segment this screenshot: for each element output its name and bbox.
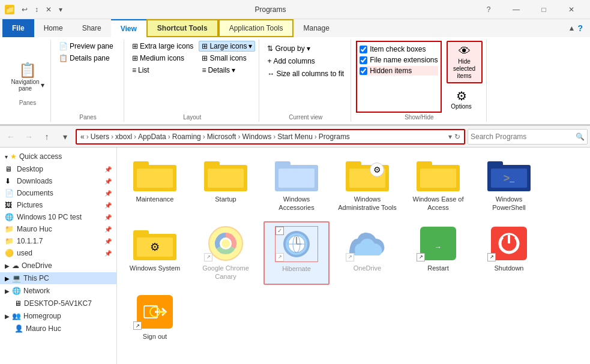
small-icons-btn[interactable]: ⊞ Small icons: [199, 53, 255, 64]
path-users[interactable]: Users: [91, 133, 109, 141]
path-programs[interactable]: Programs: [319, 133, 350, 141]
file-item-shutdown[interactable]: ↗ Shutdown: [476, 221, 542, 285]
forward-button[interactable]: →: [20, 128, 37, 145]
documents-icon: 📄: [5, 189, 14, 197]
file-item-win-accessories[interactable]: Windows Accessories: [263, 152, 330, 216]
expand-button[interactable]: ▾: [55, 4, 66, 15]
svg-point-3: [221, 239, 230, 248]
path-microsoft[interactable]: Microsoft: [207, 133, 236, 141]
path-xboxl[interactable]: xboxl: [115, 133, 132, 141]
tab-home[interactable]: Home: [34, 19, 73, 37]
file-item-maintenance[interactable]: Maintenance: [122, 152, 188, 216]
tab-view[interactable]: View: [111, 19, 146, 37]
sidebar-item-this-pc[interactable]: ▶ 💻 This PC: [0, 272, 116, 284]
tab-share[interactable]: Share: [73, 19, 111, 37]
sidebar-section-network[interactable]: ▶ 🌐 Network: [0, 284, 116, 297]
search-input[interactable]: [471, 133, 576, 141]
restart-icon-wrap: → ↗: [417, 225, 460, 261]
file-item-startup[interactable]: Startup: [193, 152, 259, 216]
file-item-win-powershell[interactable]: > _ Windows PowerShell: [476, 152, 542, 216]
sidebar-item-desktop-5av[interactable]: 🖥 DESKTOP-5AV1KC7: [0, 297, 116, 309]
maximize-button[interactable]: □: [530, 0, 558, 19]
details-dropdown[interactable]: ▾: [232, 66, 235, 74]
file-item-signout[interactable]: ↗ Sign out: [122, 290, 188, 345]
details-btn[interactable]: ≡ Details ▾: [199, 65, 255, 76]
sidebar-item-pictures[interactable]: 🖼 Pictures 📌: [0, 199, 116, 211]
back-button[interactable]: ←: [2, 128, 19, 145]
details-pane-button[interactable]: 📋 Details pane: [56, 53, 120, 64]
tab-manage[interactable]: Manage: [293, 19, 339, 37]
file-item-win-admin[interactable]: ⚙ Windows Administrative Tools: [334, 152, 400, 216]
large-icons-dropdown[interactable]: ▾: [248, 42, 252, 50]
help-button[interactable]: ?: [475, 0, 502, 19]
search-icon[interactable]: 🔍: [576, 133, 585, 141]
path-roaming[interactable]: Roaming: [172, 133, 201, 141]
sidebar-item-windows10-test[interactable]: 🌐 Windows 10 PC test 📌: [0, 211, 116, 223]
sidebar-item-mauro-huc2[interactable]: 👤 Mauro Huc: [0, 323, 116, 335]
file-item-chrome-canary[interactable]: ↗ Google Chrome Canary: [193, 221, 259, 285]
panes-group: 📄 Preview pane 📋 Details pane Panes: [52, 40, 124, 122]
delete-button[interactable]: ✕: [43, 4, 54, 15]
path-dropdown[interactable]: ▾: [448, 133, 452, 141]
hide-selected-button[interactable]: 👁 Hide selecteditems: [447, 41, 483, 83]
options-button[interactable]: ⚙ Options: [447, 86, 477, 113]
file-item-win-system[interactable]: ⚙ Windows System: [122, 221, 188, 285]
properties-button[interactable]: ↕: [31, 4, 42, 15]
recent-button[interactable]: ▾: [56, 128, 73, 145]
help-icon[interactable]: ?: [577, 23, 583, 33]
tab-application-tools[interactable]: Application Tools: [218, 19, 294, 37]
path-start-menu[interactable]: Start Menu: [277, 133, 313, 141]
ribbon-collapse-icon[interactable]: ▲: [568, 24, 576, 32]
sidebar-section-quick-access[interactable]: ▾ ★ Quick access: [0, 150, 116, 163]
nav-pane-button[interactable]: 📋 Navigationpane ▾: [10, 55, 46, 98]
large-icon: ⊞: [202, 42, 208, 50]
close-button[interactable]: ✕: [558, 0, 585, 19]
hidden-items-label: Hidden items: [370, 67, 412, 75]
panes-label: Panes: [56, 113, 120, 121]
sidebar-item-downloads[interactable]: ⬇ Downloads 📌: [0, 175, 116, 187]
up-button[interactable]: ↑: [38, 128, 55, 145]
path-more: «: [80, 133, 85, 141]
file-name-extensions-checkbox[interactable]: [360, 56, 367, 64]
sidebar-item-mauro-huc[interactable]: 📁 Mauro Huc 📌: [0, 223, 116, 235]
hidden-items-checkbox[interactable]: [360, 67, 367, 75]
sidebar-item-desktop[interactable]: 🖥 Desktop 📌: [0, 163, 116, 175]
refresh-button[interactable]: ↻: [454, 133, 460, 141]
sidebar-item-used[interactable]: 🟡 used 📌: [0, 247, 116, 259]
tab-file[interactable]: File: [2, 19, 34, 37]
file-name-extensions-toggle[interactable]: File name extensions: [360, 55, 438, 65]
used-icon: 🟡: [5, 249, 14, 257]
svg-text:→: →: [435, 243, 442, 251]
minimize-button[interactable]: —: [502, 0, 530, 19]
sidebar-section-onedrive[interactable]: ▶ ☁ OneDrive: [0, 259, 116, 272]
win-system-folder-icon: ⚙: [133, 225, 176, 261]
tab-shortcut-tools[interactable]: Shortcut Tools: [146, 19, 218, 37]
file-item-win-ease[interactable]: Windows Ease of Access: [405, 152, 471, 216]
item-check-boxes-toggle[interactable]: Item check boxes: [360, 44, 438, 54]
sidebar-section-homegroup[interactable]: ▶ 👥 Homegroup: [0, 309, 116, 323]
hibernate-arrow-icon: ↗: [275, 253, 284, 261]
path-windows[interactable]: Windows: [242, 133, 271, 141]
hidden-items-toggle[interactable]: Hidden items: [360, 66, 438, 76]
startup-folder-icon: [204, 157, 247, 192]
sidebar-item-1011[interactable]: 📁 10.1.1.7 📌: [0, 235, 116, 247]
window-controls: ? — □ ✕: [475, 0, 585, 19]
file-item-hibernate[interactable]: ✓ ↗ Hibernate: [263, 221, 330, 285]
file-item-restart[interactable]: → ↗ Restart: [405, 221, 471, 285]
extra-large-icons-btn[interactable]: ⊞ Extra large icons: [129, 41, 196, 52]
layout-right: ⊞ Large icons ▾ ⊞ Small icons ≡ Details …: [199, 41, 255, 113]
preview-pane-button[interactable]: 📄 Preview pane: [56, 41, 120, 52]
medium-icons-btn[interactable]: ⊞ Medium icons: [129, 53, 196, 64]
size-all-btn[interactable]: ↔ Size all columns to fit: [264, 68, 347, 79]
sidebar-item-documents[interactable]: 📄 Documents 📌: [0, 187, 116, 199]
add-columns-btn[interactable]: + Add columns: [264, 56, 347, 67]
panes-buttons: 📄 Preview pane 📋 Details pane: [56, 41, 120, 113]
list-btn[interactable]: ≡ List: [129, 65, 196, 76]
sort-by-btn[interactable]: ⇅ Group by ▾: [264, 43, 347, 54]
undo-button[interactable]: ↩: [19, 4, 30, 15]
item-check-boxes-checkbox[interactable]: [360, 46, 367, 53]
path-appdata[interactable]: AppData: [138, 133, 166, 141]
large-icons-btn[interactable]: ⊞ Large icons ▾: [199, 41, 255, 52]
file-item-onedrive[interactable]: ↗ OneDrive: [334, 221, 400, 285]
address-path[interactable]: « › Users › xboxl › AppData › Roaming › …: [76, 129, 465, 145]
